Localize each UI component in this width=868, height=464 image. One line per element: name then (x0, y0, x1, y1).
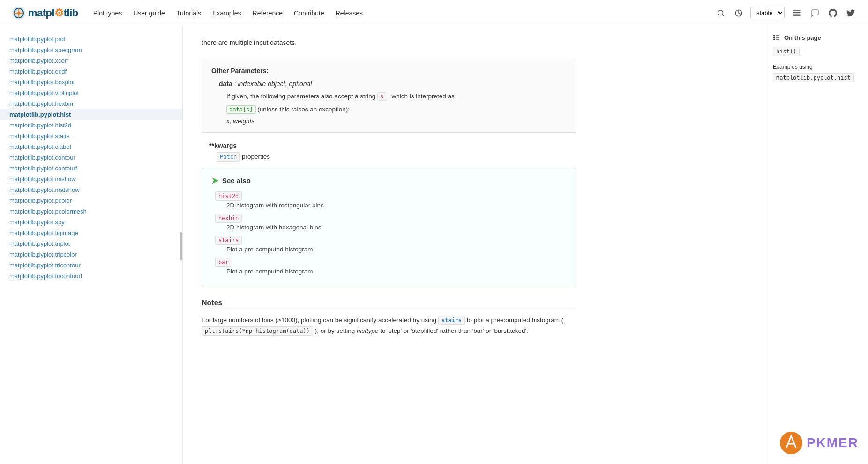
sidebar-item-matshow[interactable]: matplotlib.pyplot.matshow (0, 184, 182, 195)
examples-label: Examples using (773, 64, 861, 70)
logo[interactable]: matpl⚙tlib (11, 6, 78, 21)
see-also-arrow-icon: ➤ (211, 176, 218, 186)
nav-reference[interactable]: Reference (253, 7, 283, 19)
sidebar-item-xcorr[interactable]: matplotlib.pyplot.xcorr (0, 55, 182, 66)
sidebar-item-ecdf[interactable]: matplotlib.pyplot.ecdf (0, 66, 182, 77)
see-also-item-hist2d: hist2d 2D histogram with rectangular bin… (211, 191, 567, 209)
sidebar-item-tricontour[interactable]: matplotlib.pyplot.tricontour (0, 260, 182, 271)
nav-user-guide[interactable]: User guide (133, 7, 165, 19)
sidebar-item-stairs[interactable]: matplotlib.pyplot.stairs (0, 131, 182, 141)
bars-icon (792, 8, 801, 18)
sidebar-item-pcolor[interactable]: matplotlib.pyplot.pcolor (0, 195, 182, 206)
sidebar-item-specgram[interactable]: matplotlib.pyplot.specgram (0, 44, 182, 55)
histtype-italic: histtype (357, 327, 379, 334)
sidebar-item-figimage[interactable]: matplotlib.pyplot.figimage (0, 228, 182, 238)
sidebar-item-tricontourf[interactable]: matplotlib.pyplot.tricontourf (0, 271, 182, 281)
notes-section: Notes For large numbers of bins (>1000),… (202, 299, 576, 337)
hist-link[interactable]: hist() (773, 47, 861, 60)
see-also-box: ➤ See also hist2d 2D histogram with rect… (202, 168, 576, 287)
data-s-code: data[s] (226, 105, 256, 114)
kwargs-desc: Patch properties (209, 153, 576, 160)
see-also-item-bar: bar Plot a pre-computed histogram (211, 258, 567, 275)
stairs-inline-code[interactable]: stairs (438, 316, 465, 325)
sidebar-item-tripcolor[interactable]: matplotlib.pyplot.tripcolor (0, 249, 182, 260)
svg-point-5 (718, 10, 723, 15)
sidebar-item-spy[interactable]: matplotlib.pyplot.spy (0, 217, 182, 228)
plt-inline-code: plt.stairs(*np.histogram(data)) (202, 326, 313, 336)
sidebar-item-hist[interactable]: matplotlib.pyplot.hist (0, 109, 182, 120)
kwargs-section: **kwargs Patch properties (202, 142, 576, 160)
twitter-icon (846, 9, 855, 17)
other-params-box: Other Parameters: data : indexable objec… (202, 59, 576, 132)
data-param-name: data : indexable object, optional (211, 80, 567, 88)
page-layout: matplotlib.pyplot.psd matplotlib.pyplot.… (0, 26, 868, 359)
chat-button[interactable] (809, 7, 821, 19)
see-also-header: ➤ See also (211, 176, 567, 186)
sidebar-item-violinplot[interactable]: matplotlib.pyplot.violinplot (0, 88, 182, 98)
hist-code: hist() (773, 47, 800, 56)
navbar-right: stable (715, 7, 857, 20)
nav-contribute[interactable]: Contribute (294, 7, 324, 19)
other-params-title: Other Parameters: (211, 67, 567, 74)
list-icon (773, 34, 780, 41)
sidebar-item-imshow[interactable]: matplotlib.pyplot.imshow (0, 174, 182, 184)
hexbin-desc: 2D histogram with hexagonal bins (215, 224, 567, 231)
data-param-desc: If given, the following parameters also … (211, 91, 567, 102)
main-content: there are multiple input datasets. Other… (183, 26, 595, 359)
sidebar-item-hist2d[interactable]: matplotlib.pyplot.hist2d (0, 120, 182, 131)
scroll-indicator (180, 232, 182, 260)
patch-code-link[interactable]: Patch (217, 152, 240, 162)
sidebar-item-contourf[interactable]: matplotlib.pyplot.contourf (0, 163, 182, 174)
sidebar-item-triplot[interactable]: matplotlib.pyplot.triplot (0, 238, 182, 249)
nav-examples[interactable]: Examples (212, 7, 241, 19)
nav-releases[interactable]: Releases (336, 7, 363, 19)
see-also-item-hexbin: hexbin 2D histogram with hexagonal bins (211, 214, 567, 231)
sidebar-item-boxplot[interactable]: matplotlib.pyplot.boxplot (0, 77, 182, 88)
intro-section: there are multiple input datasets. (202, 37, 576, 48)
hexbin-code[interactable]: hexbin (215, 214, 242, 223)
see-also-item-stairs: stairs Plot a pre-computed histogram (211, 236, 567, 253)
examples-code: matplotlib.pyplot.hist (773, 73, 854, 82)
data-param-type: indexable object, optional (238, 80, 312, 88)
theme-toggle-button[interactable] (733, 7, 745, 19)
left-sidebar: matplotlib.pyplot.psd matplotlib.pyplot.… (0, 26, 183, 359)
navbar-links: Plot types User guide Tutorials Examples… (93, 7, 715, 19)
sidebar-item-contour[interactable]: matplotlib.pyplot.contour (0, 152, 182, 163)
nav-tutorials[interactable]: Tutorials (176, 7, 201, 19)
hist2d-desc: 2D histogram with rectangular bins (215, 202, 567, 209)
sidebar-item-clabel[interactable]: matplotlib.pyplot.clabel (0, 141, 182, 152)
twitter-button[interactable] (845, 7, 857, 19)
s-code: s (377, 92, 386, 101)
stairs-code[interactable]: stairs (215, 236, 242, 245)
bar-code[interactable]: bar (215, 258, 232, 267)
chat-icon (811, 9, 819, 17)
right-sidebar: On this page hist() Examples using matpl… (765, 26, 868, 359)
svg-point-15 (774, 35, 775, 36)
stairs-desc: Plot a pre-computed histogram (215, 246, 567, 253)
sidebar-item-pcolormesh[interactable]: matplotlib.pyplot.pcolormesh (0, 206, 182, 217)
sidebar-item-psd[interactable]: matplotlib.pyplot.psd (0, 34, 182, 44)
matplotlib-logo-icon (11, 6, 26, 21)
search-icon (717, 9, 725, 17)
see-also-title: See also (222, 177, 251, 184)
notes-text: For large numbers of bins (>1000), plott… (202, 315, 576, 337)
svg-point-4 (17, 12, 20, 15)
svg-point-17 (774, 39, 775, 40)
notes-title: Notes (202, 299, 576, 309)
github-button[interactable] (827, 7, 839, 19)
version-select[interactable]: stable (750, 7, 785, 19)
on-this-page-title: On this page (773, 34, 861, 41)
theme-icon (734, 9, 743, 17)
logo-text: matpl⚙tlib (28, 7, 78, 19)
data-param-desc2: data[s] (unless this raises an exception… (211, 104, 567, 115)
hist2d-code[interactable]: hist2d (215, 191, 242, 201)
nav-plot-types[interactable]: Plot types (93, 7, 122, 19)
navbar: matpl⚙tlib Plot types User guide Tutoria… (0, 0, 868, 26)
sidebar-item-hexbin[interactable]: matplotlib.pyplot.hexbin (0, 98, 182, 109)
param-list: x, weights (211, 118, 567, 125)
svg-line-6 (722, 15, 724, 16)
bars-icon-button[interactable] (790, 7, 803, 20)
bar-desc: Plot a pre-computed histogram (215, 268, 567, 275)
search-button[interactable] (715, 7, 727, 19)
svg-point-16 (774, 37, 775, 38)
